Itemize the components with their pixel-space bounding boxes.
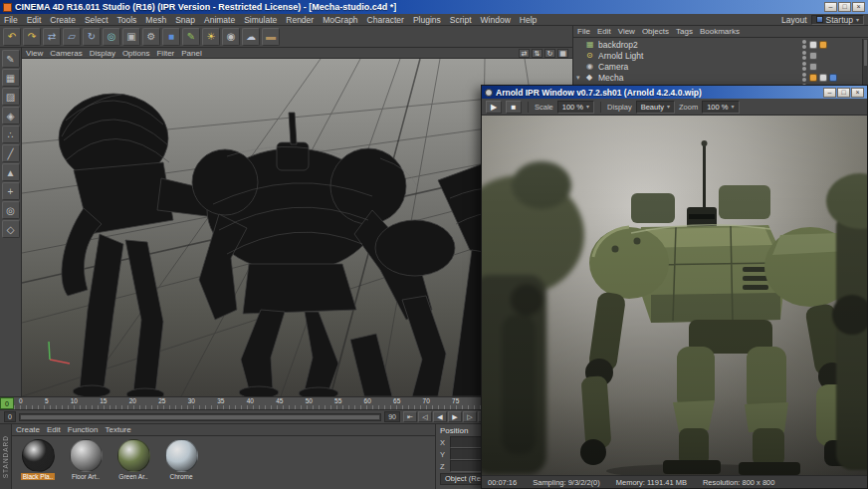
move-tool-button[interactable]: ⇄ [43, 28, 61, 46]
material-preview[interactable] [165, 439, 198, 472]
range-start-field[interactable]: 0 [4, 411, 16, 422]
pan-view-icon[interactable]: ⇄ [519, 49, 530, 58]
object-manager-menu-item[interactable]: Objects [642, 27, 669, 36]
scale-dropdown[interactable]: 100 % ▾ [557, 101, 594, 114]
play-button[interactable]: ▶ [448, 411, 462, 422]
object-name[interactable]: Arnold Light [598, 51, 799, 61]
viewport-menu-item[interactable]: Cameras [50, 49, 82, 58]
material-preview[interactable] [22, 439, 55, 472]
expand-arrow-icon[interactable]: ▾ [576, 74, 583, 82]
rotate-view-icon[interactable]: ↻ [544, 49, 555, 58]
menu-item[interactable]: Create [50, 15, 76, 25]
object-name[interactable]: Mecha [598, 73, 799, 83]
viewport-menu-item[interactable]: Display [90, 49, 115, 58]
object-row[interactable]: ◉ Camera [573, 61, 868, 72]
menu-item[interactable]: Edit [27, 15, 42, 25]
display-dropdown[interactable]: Beauty ▾ [636, 101, 675, 114]
material-swatch[interactable]: Floor Art.. [65, 439, 107, 486]
tag-icon[interactable] [819, 41, 827, 49]
menu-item[interactable]: Mesh [145, 15, 166, 25]
scale-tool-button[interactable]: ▱ [63, 28, 81, 46]
viewport-menu-item[interactable]: Options [122, 49, 150, 58]
object-manager-menu-item[interactable]: Bookmarks [700, 27, 740, 36]
materials-menu-item[interactable]: Edit [47, 425, 61, 434]
render-settings-button[interactable]: ⚙ [142, 28, 160, 46]
add-floor-button[interactable]: ▬ [262, 28, 280, 46]
menu-item[interactable]: Help [520, 15, 537, 25]
arnold-titlebar[interactable]: Arnold IPR Window v0.7.2.sh01 (Arnold 4.… [482, 86, 867, 99]
goto-start-button[interactable]: ⇤ [403, 411, 417, 422]
tag-icon[interactable] [809, 52, 817, 60]
undo-button[interactable]: ↶ [3, 28, 21, 46]
menu-item[interactable]: Select [85, 15, 108, 25]
window-control-button[interactable]: – [824, 2, 837, 12]
ipr-stop-button[interactable]: ■ [506, 101, 522, 114]
object-manager-menu-item[interactable]: Tags [676, 27, 693, 36]
spline-pen-button[interactable]: ✎ [182, 28, 200, 46]
materials-menu-item[interactable]: Function [68, 425, 99, 434]
tag-icon[interactable] [809, 41, 817, 49]
palette-handle[interactable]: STANDARD [0, 424, 12, 489]
menu-item[interactable]: MoGraph [323, 15, 357, 25]
material-swatch[interactable]: Chrome [160, 439, 202, 486]
tag-icon[interactable] [829, 74, 837, 82]
object-name[interactable]: backdrop2 [598, 40, 799, 50]
menu-item[interactable]: Character [367, 15, 404, 25]
render-view-button[interactable]: ▣ [122, 28, 140, 46]
scrollbar-thumb[interactable] [864, 40, 867, 66]
material-name[interactable]: Green Ar.. [116, 473, 149, 480]
materials-menu-item[interactable]: Create [16, 425, 40, 434]
materials-menu-item[interactable]: Texture [106, 425, 131, 434]
object-row[interactable]: ⊙ Arnold Light [573, 50, 868, 61]
material-name[interactable]: Chrome [167, 473, 194, 480]
object-row[interactable]: ▾ ◆ Mecha [573, 72, 868, 83]
arnold-window-control-button[interactable]: □ [837, 88, 850, 98]
add-light-button[interactable]: ☀ [202, 28, 220, 46]
tag-icon[interactable] [809, 63, 817, 71]
object-manager-menu-item[interactable]: Edit [597, 27, 611, 36]
points-mode-icon[interactable]: ∴ [2, 125, 20, 143]
titlebar[interactable]: CINEMA 4D R16.011 Studio (R16) (IPR Vers… [0, 0, 868, 14]
ipr-play-button[interactable]: ▶ [486, 101, 502, 114]
timeline-ruler-track[interactable]: 051015202530354045505560657075808590 [14, 397, 552, 409]
previous-frame-button[interactable]: ◀ [433, 411, 447, 422]
material-swatch[interactable]: Green Ar.. [112, 439, 154, 486]
object-manager-menu-item[interactable]: View [618, 27, 635, 36]
timeline-range-slider[interactable] [19, 413, 381, 421]
add-camera-button[interactable]: ◉ [222, 28, 240, 46]
material-name[interactable]: Floor Art.. [70, 473, 102, 480]
model-mode-icon[interactable]: ▦ [2, 69, 20, 87]
redo-button[interactable]: ↷ [23, 28, 41, 46]
material-preview[interactable] [70, 439, 103, 472]
polygons-mode-icon[interactable]: ▲ [2, 163, 20, 181]
enable-axis-icon[interactable]: + [2, 182, 20, 200]
make-editable-icon[interactable]: ✎ [2, 50, 20, 68]
viewport-solo-icon[interactable]: ◎ [2, 201, 20, 219]
material-preview[interactable] [117, 439, 150, 472]
arnold-window-control-button[interactable]: – [823, 88, 836, 98]
rotate-tool-button[interactable]: ↻ [83, 28, 101, 46]
previous-key-button[interactable]: ◁ [418, 411, 432, 422]
menu-item[interactable]: Animate [204, 15, 235, 25]
window-control-button[interactable]: × [852, 2, 865, 12]
arnold-window-control-button[interactable]: × [851, 88, 864, 98]
menu-item[interactable]: Tools [117, 15, 137, 25]
object-manager-menu-item[interactable]: File [577, 27, 590, 36]
edges-mode-icon[interactable]: ╱ [2, 144, 20, 162]
range-end-field[interactable]: 90 [384, 411, 400, 422]
zoom-dropdown[interactable]: 100 % ▾ [702, 101, 739, 114]
coordinate-system-button[interactable]: ◎ [103, 28, 120, 46]
render-view[interactable] [482, 116, 867, 475]
workplane-mode-icon[interactable]: ◈ [2, 107, 20, 124]
menu-item[interactable]: Snap [175, 15, 195, 25]
menu-item[interactable]: Window [481, 15, 511, 25]
tag-icon[interactable] [819, 74, 827, 82]
add-sky-button[interactable]: ☁ [242, 28, 260, 46]
visibility-dots[interactable] [802, 40, 806, 49]
visibility-dots[interactable] [802, 73, 806, 82]
snapping-icon[interactable]: ◇ [2, 220, 20, 238]
toggle-views-icon[interactable]: ▦ [557, 49, 568, 58]
menu-item[interactable]: Script [450, 15, 472, 25]
current-frame-marker[interactable]: 0 [0, 397, 14, 409]
material-name[interactable]: Black Pla.. [21, 473, 56, 480]
